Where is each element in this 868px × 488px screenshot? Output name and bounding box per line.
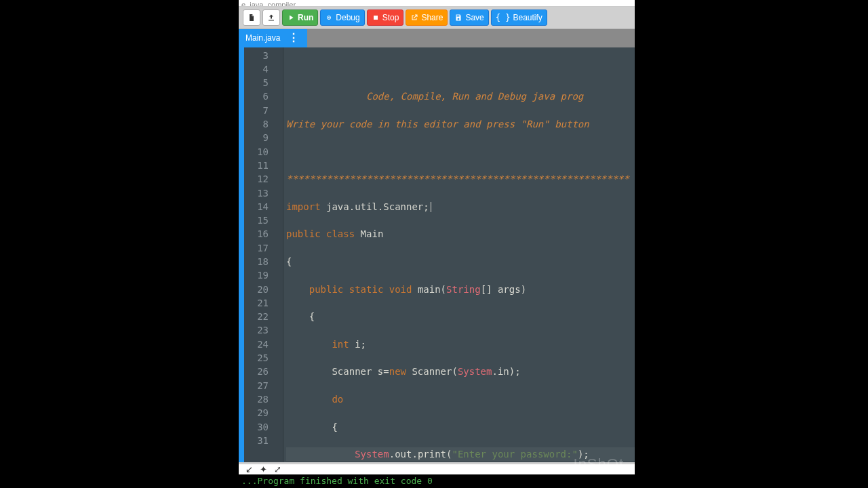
console-toolbar: ↙ ✦ ⤢	[239, 464, 635, 474]
code-editor[interactable]: 3456789101112131415161718192021222324252…	[239, 47, 635, 463]
new-file-button[interactable]	[243, 9, 260, 26]
tab-bar: Main.java ⋮	[239, 29, 635, 47]
upload-button[interactable]	[262, 9, 280, 26]
line-number: 9	[244, 131, 269, 144]
file-icon	[248, 14, 256, 22]
line-number: 16	[244, 227, 269, 241]
line-number: 27	[244, 379, 269, 392]
code-line: int i;	[286, 338, 635, 351]
code-line	[286, 145, 635, 159]
line-number: 6	[244, 89, 269, 103]
line-number: 21	[244, 296, 269, 310]
share-icon	[410, 14, 418, 22]
line-number: 18	[244, 255, 269, 268]
upload-icon	[267, 14, 275, 22]
line-number: 22	[244, 310, 269, 323]
code-area[interactable]: Code, Compile, Run and Debug java prog W…	[283, 47, 635, 463]
line-number: 11	[244, 159, 269, 172]
save-label: Save	[465, 13, 484, 22]
svg-rect-2	[374, 16, 378, 20]
console-line: ...Program finished with exit code 0	[241, 476, 632, 487]
console-output[interactable]: ...Program finished with exit code 0 Pre…	[239, 474, 635, 488]
code-line: Code, Compile, Run and Debug java prog	[286, 89, 635, 103]
toolbar: Run Debug Stop Share Save { } Beautify	[239, 7, 635, 29]
play-icon	[287, 14, 295, 22]
code-line: public static void main(String[] args)	[286, 283, 635, 296]
line-number: 25	[244, 351, 269, 365]
code-line: Write your code in this editor and press…	[286, 117, 635, 131]
debug-button[interactable]: Debug	[320, 9, 364, 26]
app-window: e_java_compiler Run Debug Stop Share Sav…	[239, 0, 635, 488]
line-number: 4	[244, 62, 269, 76]
line-number: 31	[244, 434, 269, 447]
line-number: 8	[244, 117, 269, 131]
code-line	[286, 62, 635, 76]
line-number: 19	[244, 268, 269, 282]
line-number: 30	[244, 420, 269, 434]
code-line: do	[286, 392, 635, 406]
line-gutter: 3456789101112131415161718192021222324252…	[244, 47, 274, 463]
code-line: ****************************************…	[286, 172, 635, 186]
code-line: public class Main	[286, 227, 635, 241]
braces-icon: { }	[496, 13, 511, 22]
line-number: 28	[244, 392, 269, 406]
run-label: Run	[298, 13, 313, 22]
code-line: Scanner s=new Scanner(System.in);	[286, 365, 635, 378]
code-line: {	[286, 255, 635, 268]
window-titlebar: e_java_compiler	[239, 0, 635, 7]
beautify-label: Beautify	[513, 13, 542, 22]
stop-label: Stop	[382, 13, 399, 22]
fold-strip	[274, 47, 283, 463]
tab-main-java[interactable]: Main.java ⋮	[239, 29, 307, 47]
text-cursor	[431, 202, 431, 212]
line-number: 17	[244, 241, 269, 255]
beautify-button[interactable]: { } Beautify	[491, 9, 547, 26]
line-number: 14	[244, 200, 269, 214]
line-number: 3	[244, 49, 269, 62]
line-number: 15	[244, 214, 269, 227]
svg-point-1	[328, 17, 330, 18]
debug-label: Debug	[336, 13, 359, 22]
share-label: Share	[421, 13, 443, 22]
line-number: 13	[244, 186, 269, 200]
line-number: 29	[244, 406, 269, 420]
tab-menu-icon[interactable]: ⋮	[288, 35, 299, 41]
run-button[interactable]: Run	[282, 9, 318, 26]
code-line: import java.util.Scanner;	[286, 200, 635, 214]
code-line: {	[286, 420, 635, 434]
window-title: e_java_compiler	[241, 1, 296, 7]
console-tool-icon[interactable]: ✦	[260, 464, 267, 474]
line-number: 23	[244, 323, 269, 337]
tab-label: Main.java	[245, 33, 280, 43]
save-button[interactable]: Save	[450, 9, 488, 26]
console-tool-icon[interactable]: ↙	[245, 464, 253, 474]
share-button[interactable]: Share	[406, 9, 448, 26]
code-line: System.out.print("Enter your password:")…	[286, 447, 635, 461]
line-number: 5	[244, 76, 269, 89]
line-number: 26	[244, 365, 269, 378]
line-number: 24	[244, 338, 269, 351]
console-tool-icon[interactable]: ⤢	[274, 464, 281, 474]
code-line: {	[286, 310, 635, 323]
line-number: 12	[244, 172, 269, 186]
stop-button[interactable]: Stop	[367, 9, 404, 26]
line-number: 10	[244, 145, 269, 159]
editor-left-strip	[239, 47, 244, 463]
debug-icon	[325, 14, 333, 22]
line-number: 7	[244, 104, 269, 117]
line-number: 20	[244, 283, 269, 296]
save-icon	[454, 14, 462, 22]
stop-icon	[372, 14, 380, 22]
